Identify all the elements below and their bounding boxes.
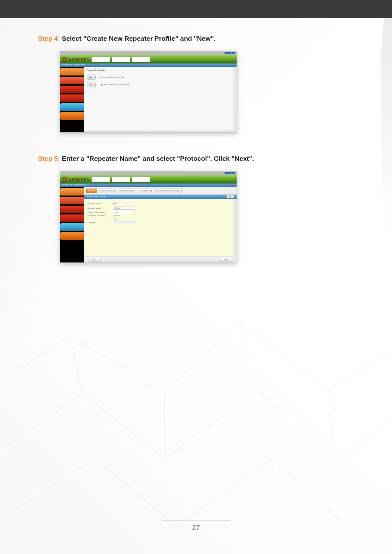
serial-label: Serial / Sub Address	[87, 212, 113, 214]
sidebar-item[interactable]	[60, 188, 84, 196]
window-chrome	[60, 51, 237, 55]
app-toolbar: BR01 PPS	[60, 55, 237, 63]
window-max-icon[interactable]	[228, 52, 232, 54]
slot-type-label: Slot Type	[87, 222, 113, 224]
toolbar-field-2[interactable]	[112, 57, 130, 62]
sidebar-item[interactable]	[60, 86, 84, 93]
option-row-1: New Create a Repeater new profile	[84, 73, 237, 81]
row-repeater-model: Repeater Model BR01-MP ▾	[87, 206, 233, 210]
protocol-label: Supported Protocol(s)	[87, 215, 113, 217]
sidebar-item[interactable]	[60, 94, 84, 102]
left-nav	[60, 187, 84, 262]
toolbar-field-3[interactable]	[132, 177, 150, 182]
sidebar-item[interactable]	[60, 77, 84, 84]
app-body: Create New Profile New Create a Repeater…	[60, 67, 237, 132]
row-slot-type: Slot Type ▾	[87, 220, 233, 225]
window-close-icon[interactable]	[232, 52, 235, 54]
content: Step 4: Select "Create New Repeater Prof…	[38, 35, 354, 516]
scrollbar-horizontal[interactable]	[84, 130, 237, 132]
sidebar-empty	[60, 241, 84, 262]
step5-text: Enter a "Repeater Name" and select "Prot…	[60, 155, 254, 162]
section-title: General / Basic Setting	[86, 196, 106, 198]
app-logo-icon	[62, 177, 67, 182]
window-min-icon[interactable]	[225, 172, 228, 174]
sidebar-empty	[60, 121, 84, 132]
hide-button[interactable]: Hide	[226, 195, 234, 198]
slot-type-select[interactable]: ▾	[113, 221, 135, 224]
tab-general[interactable]: General	[86, 189, 97, 193]
window-close-icon[interactable]	[232, 172, 235, 174]
new-button[interactable]: New	[87, 75, 96, 80]
serial-select[interactable]: Default ▾	[113, 211, 135, 214]
row-repeater-name: Repeater Name Base	[87, 202, 233, 206]
toolbar-field-2[interactable]	[112, 177, 130, 182]
tab-advance-setting[interactable]: Advance Setting	[117, 189, 135, 193]
option-1-desc: Create a Repeater new profile	[99, 76, 124, 78]
step4-text: Select "Create New Repeater Profile" and…	[60, 35, 216, 42]
back-button[interactable]: Back	[88, 258, 101, 262]
step5-line: Step 5: Enter a "Repeater Name" and sele…	[38, 155, 354, 162]
left-nav	[60, 67, 84, 132]
window-chrome	[60, 172, 237, 175]
tab-basic-setting[interactable]: Basic Setting	[99, 189, 115, 193]
sidebar-item[interactable]	[60, 223, 84, 231]
app-body: General Basic Setting Advance Setting Ge…	[60, 187, 237, 262]
repeater-name-value: Base	[113, 203, 117, 205]
sidebar-item[interactable]	[60, 103, 84, 111]
sidebar-item[interactable]	[60, 206, 84, 213]
sidebar-item[interactable]	[60, 68, 84, 75]
section-ribbon: Create New Repeater Profile	[60, 184, 237, 187]
chevron-down-icon: ▾	[133, 207, 134, 209]
wizard-footer: Back Next	[84, 256, 237, 262]
screenshot-step5: BR01 PPS Create New Repeater Profile	[60, 171, 237, 263]
app-toolbar: BR01 PPS	[60, 175, 237, 184]
scrollbar-vertical[interactable]	[233, 67, 237, 132]
app-logo-text: BR01 PPS	[69, 177, 90, 182]
tab-general-setting[interactable]: General Setting	[137, 189, 154, 193]
sidebar-item[interactable]	[60, 214, 84, 222]
page-number-value: 27	[192, 524, 200, 532]
toolbar-field-3[interactable]	[132, 57, 150, 62]
section-bar: General / Basic Setting Hide	[84, 195, 237, 199]
app-logo-icon	[62, 57, 67, 62]
main-panel: Create New Profile New Create a Repeater…	[84, 67, 237, 132]
new-button[interactable]: New	[87, 82, 96, 87]
top-header-bar	[0, 0, 392, 18]
panel-heading: Create New Profile	[84, 67, 237, 73]
step5-block: Step 5: Enter a "Repeater Name" and sele…	[38, 155, 354, 263]
scrollbar-vertical[interactable]	[233, 199, 237, 256]
sidebar-item[interactable]	[60, 232, 84, 240]
row-serial: Serial / Sub Address Default ▾	[87, 210, 233, 215]
chevron-down-icon: ▾	[133, 212, 134, 214]
step5-label: Step 5:	[38, 155, 60, 162]
next-button[interactable]: Next	[220, 258, 232, 262]
chevron-down-icon: ▾	[133, 222, 134, 224]
protocol-options: Scrambled Link Local	[113, 215, 120, 220]
serial-value: Default	[114, 212, 119, 214]
row-protocol: Supported Protocol(s) Scrambled Link Loc…	[87, 215, 233, 220]
toolbar-field-1[interactable]	[92, 57, 110, 62]
repeater-model-select[interactable]: BR01-MP ▾	[113, 207, 135, 210]
protocol-option[interactable]: Local	[113, 219, 120, 220]
sidebar-item[interactable]	[60, 112, 84, 120]
page-number: 27	[0, 520, 392, 532]
tab-network-channel[interactable]: Network/Channel Setting	[156, 189, 182, 193]
form-area: Repeater Name Base Repeater Model BR01-M…	[84, 199, 237, 227]
section-ribbon-label: Create New Repeater Profile	[60, 63, 237, 66]
main-panel: General Basic Setting Advance Setting Ge…	[84, 187, 237, 262]
section-ribbon-label: Create New Repeater Profile	[60, 184, 237, 186]
tab-strip: General Basic Setting Advance Setting Ge…	[84, 187, 237, 195]
window-min-icon[interactable]	[225, 52, 228, 54]
step4-line: Step 4: Select "Create New Repeater Prof…	[38, 35, 354, 42]
page: Step 4: Select "Create New Repeater Prof…	[0, 0, 392, 554]
option-row-2: New Copy and edit from an existing profi…	[84, 81, 237, 88]
repeater-model-value: BR01-MP	[114, 207, 121, 209]
sidebar-item[interactable]	[60, 197, 84, 204]
app-logo-text: BR01 PPS	[69, 57, 90, 62]
repeater-name-label: Repeater Name	[87, 203, 113, 205]
window-max-icon[interactable]	[228, 172, 232, 174]
form-pane: Repeater Name Base Repeater Model BR01-M…	[84, 199, 237, 256]
toolbar-field-1[interactable]	[92, 177, 110, 182]
section-ribbon: Create New Repeater Profile	[60, 63, 237, 67]
step4-label: Step 4:	[38, 35, 60, 42]
